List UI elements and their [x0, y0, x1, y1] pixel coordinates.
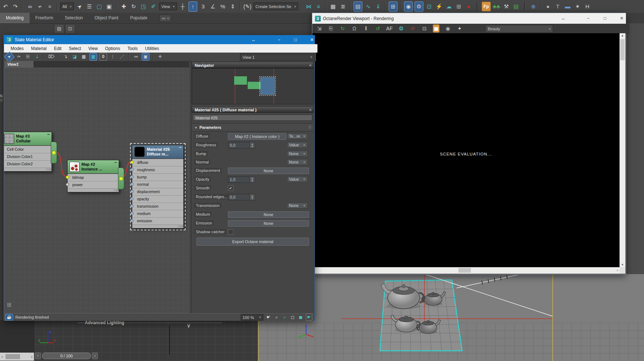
octane-horizontal-scrollbar[interactable]: ‹ › [312, 267, 620, 274]
put-material-to-scene-icon[interactable]: ⎘ [24, 53, 31, 60]
parameters-rollout[interactable]: ▼Parameters ⠿ [192, 123, 313, 131]
next-frame-button[interactable]: › [92, 353, 98, 359]
scroll-right-icon[interactable]: › [617, 268, 618, 272]
displacement-map-button[interactable]: None [228, 168, 309, 174]
rectangular-selection-region-icon[interactable]: ▢ [95, 2, 103, 11]
normal-mode-dropdown[interactable]: None▼ [287, 159, 308, 165]
render-preview-grid-icon[interactable]: ⊞ [455, 2, 463, 11]
render-production-icon[interactable]: ⚡ [435, 2, 443, 11]
maximize-button[interactable]: □ [290, 35, 301, 44]
select-and-scale-icon[interactable]: ◳ [140, 2, 148, 11]
viewport-perspective[interactable] [258, 274, 644, 361]
node-slot-emission[interactable]: emission [132, 217, 183, 224]
material-name-field[interactable]: Material #25 [193, 115, 312, 121]
canvas-zoom-dropdown[interactable]: 100 %▼ [241, 314, 263, 320]
previous-frame-button[interactable]: ‹ [35, 353, 41, 359]
ribbon-overflow-dropdown[interactable]: ▭▾ [159, 15, 171, 22]
menu-view[interactable]: View [85, 46, 102, 51]
shadow-catcher-checkbox[interactable] [228, 229, 233, 235]
align-icon[interactable]: ≡ [315, 2, 323, 11]
cloth-icon[interactable]: T [554, 2, 562, 11]
rounded-edges-spinner[interactable]: 0,0▲▼ [228, 194, 255, 200]
material-preview-icon[interactable]: ▣ [142, 53, 149, 61]
select-and-link-icon[interactable]: ∞ [26, 2, 34, 11]
move-children-icon[interactable]: ↴ [62, 53, 69, 60]
view-selector-dropdown[interactable]: View 1▾ [240, 54, 315, 61]
navigator-minimap[interactable] [192, 68, 314, 104]
bind-to-space-warp-icon[interactable]: ≈ [46, 2, 54, 11]
menu-material[interactable]: Material [27, 46, 50, 51]
input-socket[interactable] [130, 183, 134, 186]
render-iterative-icon[interactable]: ☁ [445, 2, 453, 11]
diffuse-map-button[interactable]: Map #2 ( Instance color ) [228, 133, 286, 140]
hide-unused-nodeslots-icon[interactable]: ≔ [133, 53, 140, 60]
input-socket[interactable] [130, 168, 134, 171]
collapse-node-icon[interactable]: − [179, 145, 182, 150]
clipped-h-icon[interactable]: H [583, 2, 591, 11]
refresh-geometry-icon[interactable]: ↺ [374, 24, 381, 32]
forest-trees-icon[interactable]: ♣♣ [492, 2, 500, 11]
lock-resolution-icon[interactable]: ⟳ [409, 24, 416, 32]
scrollbar-thumb[interactable] [620, 39, 625, 60]
angle-snap-icon[interactable]: ∠ [209, 2, 217, 11]
menu-modes[interactable]: Modes [7, 46, 27, 51]
bump-mode-dropdown[interactable]: None▼ [287, 151, 308, 157]
toggle-scene-explorer-icon[interactable]: ▦ [329, 2, 337, 11]
forest-pack-icon[interactable]: Fp [482, 2, 491, 11]
pan-tool-icon[interactable]: ✛ [157, 53, 164, 60]
curve-editor-icon[interactable]: ∿ [364, 2, 372, 11]
toggle-ribbon-icon[interactable]: ▤ [354, 1, 362, 12]
pan-hand-icon[interactable]: ☛ [266, 314, 271, 320]
rollout-drag-handle[interactable]: ⠿ [308, 124, 311, 131]
kernel-settings-icon[interactable]: ✦ [456, 24, 463, 32]
node-material-25[interactable]: Material #25 Diffuse m... − diffuserough… [132, 145, 184, 228]
maximize-button[interactable]: □ [599, 13, 610, 23]
input-socket[interactable] [130, 204, 134, 208]
node-slot-division-color2[interactable]: Division Color2 [4, 160, 52, 168]
node-slot-medium[interactable]: medium [132, 210, 183, 217]
scroll-up-icon[interactable]: ▲ [620, 34, 625, 37]
close-icon[interactable]: × [309, 62, 312, 69]
edit-named-selection-sets-icon[interactable]: {✎} [243, 2, 252, 11]
node-header[interactable]: Map #2 Instance ... − [68, 160, 119, 174]
roughness-mode-dropdown[interactable]: Value▼ [287, 142, 308, 148]
menu-utilities[interactable]: Utilities [141, 46, 163, 51]
lock-viewport-icon[interactable]: Ω [351, 24, 358, 32]
roughness-spinner[interactable]: 0,0▲▼ [228, 142, 255, 149]
node-map2-instance[interactable]: Map #2 Instance ... − bitmappower [67, 160, 119, 192]
dope-sheet-icon[interactable]: ⇓ [374, 2, 382, 11]
render-setup-icon[interactable]: ⚙ [415, 1, 423, 12]
show-shaded-material-icon[interactable]: ▩ [89, 53, 97, 61]
minimap-node-map3[interactable] [234, 76, 247, 85]
octane-vertical-scrollbar[interactable]: ▲ ▼ [620, 33, 625, 267]
selection-filter-dropdown[interactable]: All▾ [60, 3, 74, 10]
select-tool-icon[interactable]: ➤ [4, 51, 15, 62]
civil-view-icon[interactable]: ⊕ [529, 2, 537, 11]
snaps-toggle-icon[interactable]: ↑ [188, 1, 197, 12]
close-icon[interactable]: × [309, 107, 312, 113]
zoom-extents-icon[interactable]: ◻ [290, 314, 296, 320]
ribbon-tool-icon-1[interactable]: ▤ [54, 24, 64, 34]
window-crossing-toggle-icon[interactable]: ▣ [105, 2, 113, 11]
menu-select[interactable]: Select [65, 46, 84, 51]
menu-tools[interactable]: Tools [124, 46, 141, 51]
close-button[interactable]: ✕ [616, 13, 627, 23]
emission-map-button[interactable]: None [228, 220, 309, 227]
smooth-checkbox[interactable]: ✔ [228, 185, 233, 191]
export-render-icon[interactable]: ⇲ [316, 24, 323, 32]
output-socket[interactable] [119, 177, 123, 181]
node-slot-roughness[interactable]: roughness [132, 166, 183, 173]
input-socket[interactable] [66, 183, 69, 186]
itoo-list-icon[interactable]: ▤ [512, 2, 520, 11]
pick-material-from-object-icon[interactable]: ✑ [15, 53, 22, 60]
copy-to-clipboard-icon[interactable]: ⎘ [328, 24, 334, 32]
node-resize-grip[interactable] [132, 224, 183, 228]
autofocus-icon[interactable]: AF [386, 24, 393, 32]
ribbon-tab-object-paint[interactable]: Object Paint [89, 13, 124, 23]
resize-icon[interactable]: ↔ [248, 35, 259, 44]
ribbon-tab-freeform[interactable]: Freeform [30, 13, 59, 23]
medium-map-button[interactable]: None [228, 211, 309, 218]
sme-titlebar[interactable]: 3 Slate Material Editor ↔ − □ ✕ [4, 35, 315, 44]
unlink-selection-icon[interactable]: ≁ [36, 2, 44, 11]
navigator-header[interactable]: Navigator × [192, 62, 313, 68]
